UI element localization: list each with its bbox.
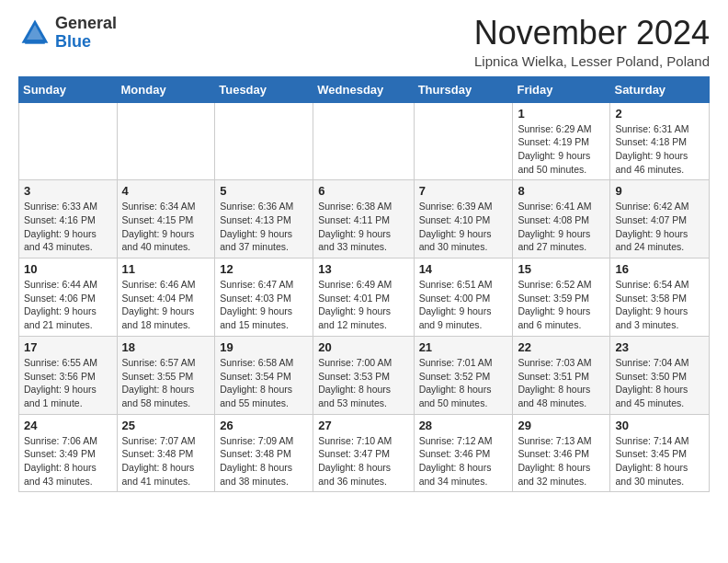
day-info: Sunrise: 6:33 AM Sunset: 4:16 PM Dayligh… [24,200,112,254]
day-number: 6 [318,184,408,198]
day-number: 28 [419,419,508,432]
day-cell: 9Sunrise: 6:42 AM Sunset: 4:07 PM Daylig… [610,180,710,259]
day-info: Sunrise: 7:07 AM Sunset: 3:48 PM Dayligh… [122,434,210,488]
day-number: 10 [24,262,112,276]
day-cell: 25Sunrise: 7:07 AM Sunset: 3:48 PM Dayli… [117,414,215,492]
day-cell: 28Sunrise: 7:12 AM Sunset: 3:46 PM Dayli… [414,414,513,492]
logo-icon [18,17,51,50]
day-info: Sunrise: 6:51 AM Sunset: 4:00 PM Dayligh… [419,278,508,332]
day-number: 14 [419,262,508,276]
day-cell: 12Sunrise: 6:47 AM Sunset: 4:03 PM Dayli… [215,259,313,337]
day-info: Sunrise: 6:31 AM Sunset: 4:18 PM Dayligh… [615,122,704,177]
day-cell: 1Sunrise: 6:29 AM Sunset: 4:19 PM Daylig… [513,102,610,180]
day-cell: 15Sunrise: 6:52 AM Sunset: 3:59 PM Dayli… [513,259,610,337]
day-cell: 26Sunrise: 7:09 AM Sunset: 3:48 PM Dayli… [215,414,313,492]
col-saturday: Saturday [610,76,710,102]
day-cell [19,102,118,180]
week-row-1: 1Sunrise: 6:29 AM Sunset: 4:19 PM Daylig… [19,102,710,180]
day-cell: 10Sunrise: 6:44 AM Sunset: 4:06 PM Dayli… [19,259,118,337]
day-info: Sunrise: 7:09 AM Sunset: 3:48 PM Dayligh… [220,434,308,488]
day-cell [313,102,414,180]
day-info: Sunrise: 6:47 AM Sunset: 4:03 PM Dayligh… [220,278,308,332]
day-cell [215,102,313,180]
day-info: Sunrise: 7:00 AM Sunset: 3:53 PM Dayligh… [318,356,408,410]
day-number: 22 [518,340,605,354]
day-cell: 2Sunrise: 6:31 AM Sunset: 4:18 PM Daylig… [610,102,710,180]
week-row-3: 10Sunrise: 6:44 AM Sunset: 4:06 PM Dayli… [19,259,710,337]
day-info: Sunrise: 6:34 AM Sunset: 4:15 PM Dayligh… [122,200,210,254]
day-number: 4 [122,184,210,198]
calendar-table: Sunday Monday Tuesday Wednesday Thursday… [18,76,710,493]
location: Lipnica Wielka, Lesser Poland, Poland [474,53,710,69]
day-cell: 23Sunrise: 7:04 AM Sunset: 3:50 PM Dayli… [610,336,710,414]
day-cell: 20Sunrise: 7:00 AM Sunset: 3:53 PM Dayli… [313,336,414,414]
day-cell: 8Sunrise: 6:41 AM Sunset: 4:08 PM Daylig… [513,180,610,259]
day-number: 1 [518,107,605,121]
day-number: 16 [615,262,704,276]
day-cell [117,102,215,180]
day-number: 5 [220,184,308,198]
day-info: Sunrise: 6:44 AM Sunset: 4:06 PM Dayligh… [24,278,112,332]
day-info: Sunrise: 7:12 AM Sunset: 3:46 PM Dayligh… [419,434,508,488]
day-info: Sunrise: 6:54 AM Sunset: 3:58 PM Dayligh… [615,278,704,332]
page: General Blue November 2024 Lipnica Wielk… [0,0,728,507]
week-row-5: 24Sunrise: 7:06 AM Sunset: 3:49 PM Dayli… [19,414,710,492]
day-number: 23 [615,340,704,354]
logo-general-text: General [55,14,117,32]
day-info: Sunrise: 7:10 AM Sunset: 3:47 PM Dayligh… [318,434,408,488]
day-number: 17 [24,340,112,354]
day-info: Sunrise: 6:57 AM Sunset: 3:55 PM Dayligh… [122,356,210,410]
day-number: 15 [518,262,605,276]
day-info: Sunrise: 6:38 AM Sunset: 4:11 PM Dayligh… [318,200,408,254]
day-cell: 3Sunrise: 6:33 AM Sunset: 4:16 PM Daylig… [19,180,118,259]
day-info: Sunrise: 7:14 AM Sunset: 3:45 PM Dayligh… [615,434,704,488]
col-thursday: Thursday [414,76,513,102]
logo-blue-text: Blue [55,32,91,51]
day-cell: 19Sunrise: 6:58 AM Sunset: 3:54 PM Dayli… [215,336,313,414]
day-cell: 30Sunrise: 7:14 AM Sunset: 3:45 PM Dayli… [610,414,710,492]
day-info: Sunrise: 6:49 AM Sunset: 4:01 PM Dayligh… [318,278,408,332]
day-info: Sunrise: 6:46 AM Sunset: 4:04 PM Dayligh… [122,278,210,332]
header: General Blue November 2024 Lipnica Wielk… [18,15,710,69]
day-number: 3 [24,184,112,198]
day-number: 27 [318,419,408,432]
day-cell: 6Sunrise: 6:38 AM Sunset: 4:11 PM Daylig… [313,180,414,259]
day-info: Sunrise: 7:06 AM Sunset: 3:49 PM Dayligh… [24,434,112,488]
day-cell: 17Sunrise: 6:55 AM Sunset: 3:56 PM Dayli… [19,336,118,414]
month-title: November 2024 [474,15,710,52]
calendar-body: 1Sunrise: 6:29 AM Sunset: 4:19 PM Daylig… [19,102,710,492]
col-monday: Monday [117,76,215,102]
day-info: Sunrise: 7:03 AM Sunset: 3:51 PM Dayligh… [518,356,605,410]
day-cell: 14Sunrise: 6:51 AM Sunset: 4:00 PM Dayli… [414,259,513,337]
day-number: 9 [615,184,704,198]
day-info: Sunrise: 6:55 AM Sunset: 3:56 PM Dayligh… [24,356,112,410]
day-cell: 18Sunrise: 6:57 AM Sunset: 3:55 PM Dayli… [117,336,215,414]
column-headers: Sunday Monday Tuesday Wednesday Thursday… [19,76,710,102]
col-wednesday: Wednesday [313,76,414,102]
day-number: 30 [615,419,704,432]
day-info: Sunrise: 7:04 AM Sunset: 3:50 PM Dayligh… [615,356,704,410]
day-number: 13 [318,262,408,276]
col-sunday: Sunday [19,76,118,102]
logo-text: General Blue [55,15,117,52]
week-row-4: 17Sunrise: 6:55 AM Sunset: 3:56 PM Dayli… [19,336,710,414]
day-number: 20 [318,340,408,354]
day-info: Sunrise: 6:58 AM Sunset: 3:54 PM Dayligh… [220,356,308,410]
svg-rect-2 [25,40,45,44]
day-cell: 24Sunrise: 7:06 AM Sunset: 3:49 PM Dayli… [19,414,118,492]
day-cell: 4Sunrise: 6:34 AM Sunset: 4:15 PM Daylig… [117,180,215,259]
day-info: Sunrise: 6:41 AM Sunset: 4:08 PM Dayligh… [518,200,605,254]
col-friday: Friday [513,76,610,102]
title-block: November 2024 Lipnica Wielka, Lesser Pol… [474,15,710,69]
day-cell: 29Sunrise: 7:13 AM Sunset: 3:46 PM Dayli… [513,414,610,492]
day-info: Sunrise: 6:42 AM Sunset: 4:07 PM Dayligh… [615,200,704,254]
day-number: 18 [122,340,210,354]
day-number: 2 [615,107,704,121]
day-info: Sunrise: 7:01 AM Sunset: 3:52 PM Dayligh… [419,356,508,410]
day-cell: 7Sunrise: 6:39 AM Sunset: 4:10 PM Daylig… [414,180,513,259]
day-cell: 5Sunrise: 6:36 AM Sunset: 4:13 PM Daylig… [215,180,313,259]
day-number: 12 [220,262,308,276]
day-number: 26 [220,419,308,432]
day-cell: 16Sunrise: 6:54 AM Sunset: 3:58 PM Dayli… [610,259,710,337]
day-number: 11 [122,262,210,276]
